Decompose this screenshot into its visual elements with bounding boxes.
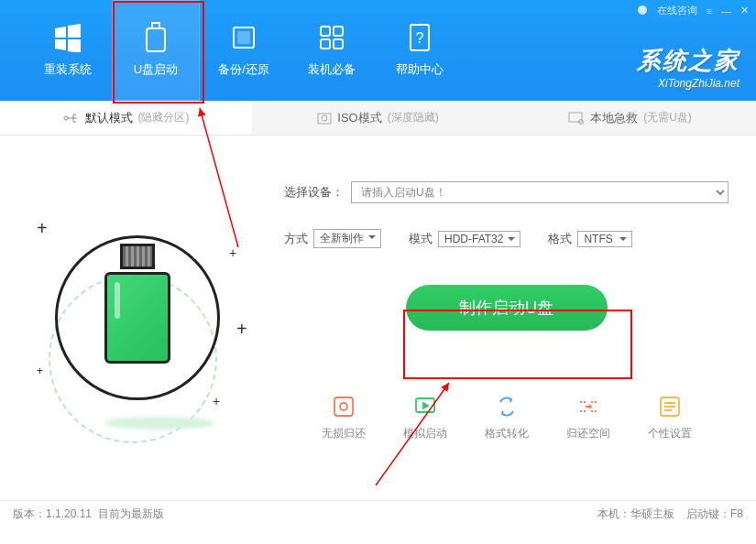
action-format-convert[interactable]: 格式转化 bbox=[485, 395, 529, 441]
action-lossless-return[interactable]: 无损归还 bbox=[322, 395, 366, 441]
menu-icon[interactable]: ≡ bbox=[707, 5, 712, 16]
format-select[interactable]: NTFS bbox=[577, 231, 632, 247]
nav-reinstall[interactable]: 重装系统 bbox=[24, 0, 112, 101]
tab-iso[interactable]: ISO模式(深度隐藏) bbox=[252, 101, 504, 135]
brand: 系统之家 XiTongZhiJia.net bbox=[637, 45, 740, 90]
device-row: 选择设备： 请插入启动U盘！ bbox=[284, 181, 729, 203]
mode-label: 模式 bbox=[409, 231, 433, 247]
usb-illustration bbox=[55, 235, 220, 400]
nav-help[interactable]: ? 帮助中心 bbox=[376, 0, 464, 101]
svg-rect-16 bbox=[569, 113, 582, 122]
options-row: 方式 全新制作 模式 HDD-FAT32 格式 NTFS bbox=[284, 229, 729, 248]
form-panel: 选择设备： 请插入启动U盘！ 方式 全新制作 模式 HDD-FAT32 格式 N… bbox=[275, 136, 756, 500]
svg-rect-9 bbox=[321, 39, 330, 49]
format-label: 格式 bbox=[548, 231, 572, 247]
iso-icon bbox=[317, 111, 332, 125]
action-personalize[interactable]: 个性设置 bbox=[648, 395, 692, 441]
device-label: 选择设备： bbox=[284, 184, 344, 201]
penguin-icon bbox=[637, 5, 648, 17]
svg-rect-8 bbox=[334, 27, 343, 36]
svg-rect-7 bbox=[321, 27, 330, 36]
svg-rect-4 bbox=[147, 28, 165, 51]
minimize-icon[interactable]: — bbox=[721, 5, 731, 16]
usb-icon bbox=[141, 23, 170, 52]
play-icon bbox=[413, 395, 437, 419]
svg-point-15 bbox=[322, 115, 327, 121]
nav-essentials[interactable]: 装机必备 bbox=[288, 0, 376, 101]
mode-select[interactable]: HDD-FAT32 bbox=[438, 231, 520, 247]
monitor-icon bbox=[568, 112, 585, 125]
apps-icon bbox=[317, 23, 346, 52]
windows-icon bbox=[53, 23, 82, 52]
settings-icon bbox=[658, 395, 682, 419]
svg-rect-18 bbox=[334, 397, 353, 416]
return-icon bbox=[332, 395, 356, 419]
space-icon bbox=[576, 395, 600, 419]
nav-backup[interactable]: 备份/还原 bbox=[200, 0, 288, 101]
brand-en: XiTongZhiJia.net bbox=[637, 77, 740, 90]
svg-point-13 bbox=[64, 116, 68, 120]
svg-rect-10 bbox=[334, 39, 343, 49]
tab-local[interactable]: 本地急救(无需U盘) bbox=[504, 101, 756, 135]
illustration-panel: + + + + + bbox=[0, 136, 275, 500]
consult-link[interactable]: 在线咨询 bbox=[657, 4, 697, 17]
action-simulate-boot[interactable]: 模拟启动 bbox=[403, 395, 447, 441]
brand-cn: 系统之家 bbox=[637, 45, 740, 77]
action-return-space[interactable]: 归还空间 bbox=[566, 395, 610, 441]
close-icon[interactable]: ✕ bbox=[740, 5, 749, 16]
convert-icon bbox=[495, 395, 519, 419]
host-info: 本机：华硕主板 启动键：F8 bbox=[597, 506, 743, 522]
make-boot-usb-button[interactable]: 制作启动U盘 bbox=[406, 285, 608, 331]
help-icon: ? bbox=[405, 23, 434, 52]
svg-rect-6 bbox=[238, 32, 249, 43]
main-body: + + + + + 选择设备： 请插入启动U盘！ 方式 全新制作 模式 bbox=[0, 136, 756, 500]
svg-point-2 bbox=[638, 5, 647, 15]
version-info: 版本：1.1.20.11 目前为最新版 bbox=[13, 506, 164, 522]
bottom-actions: 无损归还 模拟启动 格式转化 归还空间 个性设置 bbox=[284, 395, 729, 441]
titlebar: 在线咨询 ≡ — ✕ bbox=[637, 4, 749, 17]
header: 在线咨询 ≡ — ✕ 重装系统 U盘启动 备份/还原 装机必备 bbox=[0, 0, 756, 101]
footer: 版本：1.1.20.11 目前为最新版 本机：华硕主板 启动键：F8 bbox=[0, 500, 756, 528]
method-label: 方式 bbox=[284, 231, 308, 247]
usb-small-icon bbox=[63, 112, 80, 125]
mode-tabs: 默认模式(隐藏分区) ISO模式(深度隐藏) 本地急救(无需U盘) bbox=[0, 101, 756, 136]
svg-point-19 bbox=[340, 403, 347, 410]
nav-usb-boot[interactable]: U盘启动 bbox=[112, 0, 200, 101]
svg-text:?: ? bbox=[416, 30, 424, 46]
device-select[interactable]: 请插入启动U盘！ bbox=[351, 181, 729, 203]
tab-default[interactable]: 默认模式(隐藏分区) bbox=[0, 101, 252, 135]
method-select[interactable]: 全新制作 bbox=[313, 229, 381, 248]
backup-icon bbox=[229, 23, 258, 52]
nav: 重装系统 U盘启动 备份/还原 装机必备 ? 帮助中心 bbox=[0, 0, 464, 101]
